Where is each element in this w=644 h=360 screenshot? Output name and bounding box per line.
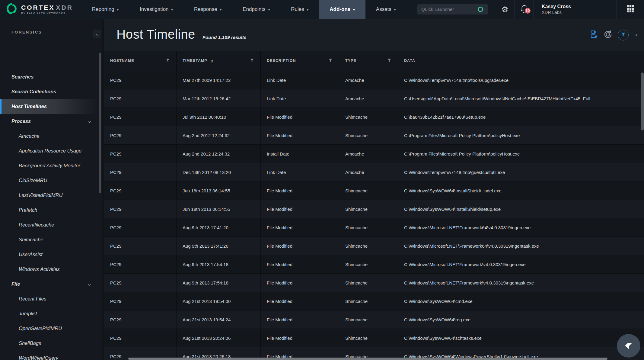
cell-description: File Modified	[260, 126, 339, 144]
table-header-row: HOSTNAME TIMESTAMP ↓↑ DESCRIPTION	[104, 51, 644, 71]
funnel-icon[interactable]	[329, 59, 332, 63]
sidebar-item-shimcache[interactable]: Shimcache	[0, 232, 102, 247]
table-row[interactable]: PC29 Aug 9th 2013 17:54:18 File Modified…	[104, 274, 644, 292]
funnel-icon[interactable]	[387, 59, 391, 63]
table-row[interactable]: PC29 Aug 21st 2013 20:24:06 File Modifie…	[104, 329, 644, 347]
menu-item-response[interactable]: Response▾	[183, 0, 232, 19]
refresh-button[interactable]	[603, 30, 613, 40]
sidebar-item-searches[interactable]: Searches	[0, 69, 102, 84]
user-menu[interactable]: Kasey Cross XDR Labs	[534, 4, 617, 15]
settings-button[interactable]: ⚙	[495, 5, 515, 13]
table-row[interactable]: PC29 Aug 9th 2013 17:41:20 File Modified…	[104, 218, 644, 237]
sidebar-item-process[interactable]: Process	[0, 114, 102, 129]
notifications-button[interactable]: 10	[515, 4, 534, 14]
menu-item-endpoints[interactable]: Endpoints▾	[232, 0, 280, 19]
sidebar-item-lastvisitedpidlmru[interactable]: LastVisitedPidlMRU	[0, 188, 102, 203]
quick-launcher	[417, 4, 488, 14]
menu-item-investigation[interactable]: Investigation▾	[129, 0, 183, 19]
more-options-button[interactable]	[634, 34, 639, 36]
sidebar-item-host-timelines[interactable]: Host Timelines	[0, 99, 102, 114]
sidebar-item-file[interactable]: File	[0, 277, 102, 291]
sidebar-item-recentfilecache[interactable]: Recentfilecache	[0, 217, 102, 232]
table-row[interactable]: PC29 Aug 21st 2013 19:54:00 File Modifie…	[104, 292, 644, 310]
table-row[interactable]: PC29 Aug 9th 2013 17:41:20 File Modified…	[104, 237, 644, 255]
app-switcher-button[interactable]	[617, 5, 644, 14]
menu-item-reporting[interactable]: Reporting▾	[81, 0, 129, 19]
table-vertical-scrollbar[interactable]	[641, 72, 644, 130]
notification-count-badge: 10	[524, 7, 531, 14]
quick-actions-fab[interactable]	[617, 334, 640, 358]
cell-description: File Modified	[260, 182, 339, 200]
cell-timestamp: Mar 27th 2009 14:17:22	[176, 71, 260, 89]
sidebar-collapse-button[interactable]: ‹	[93, 30, 101, 38]
sidebar-item-windows-activities[interactable]: Windows Activities	[0, 262, 102, 277]
column-header-timestamp[interactable]: TIMESTAMP ↓↑	[176, 51, 260, 71]
table-row[interactable]: PC29 Mar 12th 2012 15:26:42 Link Date Am…	[104, 89, 644, 108]
menu-item-rules[interactable]: Rules▾	[280, 0, 319, 19]
table-row[interactable]: PC29 Aug 2nd 2012 12:24:32 File Modified…	[104, 126, 644, 145]
cell-description: Link Date	[260, 163, 339, 181]
column-header-data[interactable]: DATA	[398, 51, 644, 71]
quick-launcher-logo-icon	[478, 6, 484, 14]
brand-title: CORTEXXDR	[21, 4, 73, 11]
table-horizontal-scrollbar[interactable]	[128, 358, 607, 360]
cell-description: File Modified	[260, 310, 339, 329]
cell-timestamp: Aug 9th 2013 17:54:18	[176, 255, 260, 273]
quick-launcher-input[interactable]	[417, 7, 468, 12]
table-row[interactable]: PC29 Mar 27th 2009 14:17:22 Link Date Am…	[104, 71, 644, 89]
sidebar-item-opensavepidlmru[interactable]: OpenSavePidlMRU	[0, 321, 102, 336]
column-header-description[interactable]: DESCRIPTION	[260, 51, 339, 71]
column-header-hostname[interactable]: HOSTNAME	[104, 51, 176, 71]
sidebar-item-recent-files[interactable]: Recent Files	[0, 291, 102, 306]
table-row[interactable]: PC29 Jun 18th 2013 06:14:55 File Modifie…	[104, 182, 644, 200]
menu-item-assets[interactable]: Assets▾	[365, 0, 406, 19]
export-button[interactable]	[589, 30, 598, 40]
gear-icon: ⚙	[501, 5, 508, 13]
table-row[interactable]: PC29 Dec 13th 2012 08:13:20 Link Date Am…	[104, 163, 644, 182]
top-nav-bar: CORTEXXDR BY PALO ALTO NETWORKS Reportin…	[0, 0, 644, 19]
cortex-xdr-logo[interactable]: CORTEXXDR BY PALO ALTO NETWORKS	[0, 0, 81, 19]
cell-hostname: PC29	[104, 237, 176, 255]
table-row[interactable]: PC29 Jul 9th 2012 00:40:10 File Modified…	[104, 108, 644, 126]
sidebar-scrollbar[interactable]	[99, 53, 101, 193]
sidebar-section-title: FORENSICS	[11, 30, 42, 34]
main-content: Host Timeline Found 1,109 results	[102, 19, 644, 360]
menu-item-add-ons[interactable]: Add-ons▾	[319, 0, 365, 19]
sidebar-item-wordwheelquery[interactable]: WordWheelQuery	[0, 351, 102, 360]
column-header-type[interactable]: TYPE	[339, 51, 398, 71]
table-row[interactable]: PC29 Aug 2nd 2012 12:24:32 Install Date …	[104, 145, 644, 163]
page-title: Host Timeline	[116, 27, 195, 42]
sidebar-item-cidsizemru[interactable]: CidSizeMRU	[0, 173, 102, 188]
table-row[interactable]: PC29 Jun 18th 2013 06:14:55 File Modifie…	[104, 200, 644, 218]
sidebar-item-userassist[interactable]: UserAssist	[0, 247, 102, 262]
cell-timestamp: Aug 21st 2013 20:24:06	[176, 329, 260, 347]
sidebar-item-prefetch[interactable]: Prefetch	[0, 203, 102, 217]
cell-data: C:\Users\gimli\AppData\Local\Microsoft\W…	[398, 89, 644, 108]
export-icon	[589, 30, 598, 40]
cell-type: Shimcache	[339, 218, 398, 236]
table-row[interactable]: PC29 Aug 21st 2013 19:54:24 File Modifie…	[104, 310, 644, 329]
cell-timestamp: Aug 2nd 2012 12:24:32	[176, 126, 260, 144]
grid-icon	[626, 5, 634, 14]
cell-hostname: PC29	[104, 145, 176, 163]
cell-timestamp: Aug 2nd 2012 12:24:32	[176, 145, 260, 163]
sidebar-item-application-resource-usage[interactable]: Application Resource Usage	[0, 143, 102, 158]
sort-icon[interactable]: ↓↑	[210, 59, 213, 63]
cell-timestamp: Mar 12th 2012 15:26:42	[176, 89, 260, 108]
cell-hostname: PC29	[104, 182, 176, 200]
filter-button[interactable]	[618, 30, 629, 40]
sidebar-item-amcache[interactable]: Amcache	[0, 129, 102, 143]
funnel-icon[interactable]	[166, 59, 170, 63]
sidebar-item-jumplist[interactable]: Jumplist	[0, 306, 102, 321]
cell-data: C:\Windows\SysWOW64\cmd.exe	[398, 292, 644, 310]
sidebar-item-search-collections[interactable]: Search Collections	[0, 84, 102, 99]
cell-description: File Modified	[260, 255, 339, 273]
cell-hostname: PC29	[104, 163, 176, 181]
sidebar-item-background-activity-monitor[interactable]: Background Activity Monitor	[0, 158, 102, 173]
sidebar-item-shellbags[interactable]: ShellBags	[0, 336, 102, 351]
cell-timestamp: Dec 13th 2012 08:13:20	[176, 163, 260, 181]
table-row[interactable]: PC29 Aug 9th 2013 17:54:18 File Modified…	[104, 255, 644, 274]
funnel-icon[interactable]	[250, 59, 254, 63]
cell-type: Shimcache	[339, 292, 398, 310]
cell-data: C:\Program Files\Microsoft Policy Platfo…	[398, 126, 644, 144]
